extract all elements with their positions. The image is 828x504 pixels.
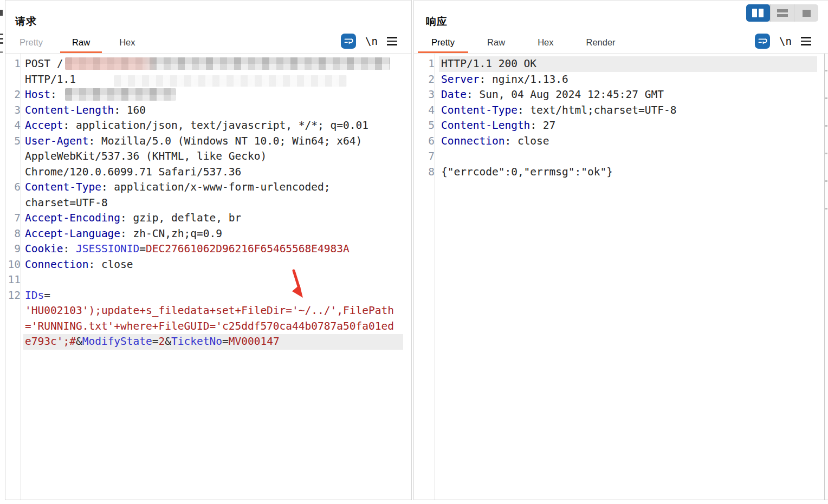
line-number: 5 <box>414 118 439 134</box>
line-number: 3 <box>5 103 23 119</box>
code-segment: JSESSIONID <box>76 243 139 255</box>
code-segment: Chrome/120.0.6099.71 Safari/537.36 <box>25 166 241 178</box>
layout-columns-icon[interactable] <box>746 4 770 22</box>
line-number <box>5 303 23 319</box>
code-row: ='RUNNING.txt'+where+FileGUID='c25ddf570… <box>5 319 411 335</box>
code-segment: IDs <box>25 289 44 302</box>
code-segment: 2 <box>159 335 165 348</box>
code-line: HTTP/1.1 <box>23 72 411 88</box>
code-segment: 'HU002103');update+s_filedata+set+FileDi… <box>25 304 394 317</box>
response-editor[interactable]: 1HTTP/1.1 200 OK2Server: nginx/1.13.63Da… <box>414 54 828 500</box>
line-number: 10 <box>5 257 23 273</box>
response-panel-title: 响应 <box>426 15 448 29</box>
code-line: e793c';#&ModifyState=2&TicketNo=MV000147 <box>23 334 403 350</box>
code-line: Accept-Encoding: gzip, deflate, br <box>23 211 411 226</box>
newline-toggle[interactable]: \n <box>779 35 792 47</box>
code-row: e793c';#&ModifyState=2&TicketNo=MV000147 <box>5 334 411 350</box>
code-line: Server: nginx/1.13.6 <box>439 72 828 88</box>
code-line: Content-Type: text/html;charset=UTF-8 <box>439 103 828 119</box>
code-row: 'HU002103');update+s_filedata+set+FileDi… <box>5 303 411 319</box>
request-editor[interactable]: 1POST /HTTP/1.12Host: 3Content-Length: 1… <box>5 54 411 500</box>
code-segment: & <box>165 335 171 348</box>
redacted-blur <box>65 88 176 101</box>
request-panel-title: 请求 <box>15 15 37 29</box>
line-number <box>5 334 23 350</box>
line-number: 5 <box>5 134 23 149</box>
code-row: 1HTTP/1.1 200 OK <box>414 56 828 72</box>
request-view-tabs: Pretty Raw Hex <box>8 33 152 53</box>
code-line: Chrome/120.0.6099.71 Safari/537.36 <box>23 165 411 180</box>
code-row: 2Server: nginx/1.13.6 <box>414 72 828 88</box>
code-row: charset=UTF-8 <box>5 195 411 211</box>
line-number: 4 <box>414 103 439 119</box>
response-tab-raw[interactable]: Raw <box>474 33 519 53</box>
layout-rows-icon[interactable] <box>770 4 794 22</box>
request-tab-hex[interactable]: Hex <box>107 33 147 53</box>
code-segment: Content-Type <box>25 181 101 193</box>
code-segment: : 27 <box>530 119 555 132</box>
code-line: Accept-Language: zh-CN,zh;q=0.9 <box>23 226 411 242</box>
code-line: charset=UTF-8 <box>23 195 411 211</box>
line-number: 9 <box>5 241 23 257</box>
code-line: Connection: close <box>439 134 828 149</box>
cropped-edge-artifact <box>0 10 3 16</box>
code-segment: TicketNo <box>171 335 222 348</box>
line-number: 6 <box>414 134 439 149</box>
code-segment: = <box>222 335 229 348</box>
code-segment: User-Agent <box>25 135 88 147</box>
code-line <box>23 272 411 288</box>
code-segment: : zh-CN,zh;q=0.9 <box>120 227 222 240</box>
code-segment: Server <box>441 73 479 86</box>
response-view-tabs: Pretty Raw Hex Render <box>418 33 635 53</box>
code-line: Content-Length: 27 <box>439 118 828 134</box>
code-row: Chrome/120.0.6099.71 Safari/537.36 <box>5 165 411 180</box>
code-segment: e793c';# <box>25 335 76 348</box>
request-tab-raw[interactable]: Raw <box>60 33 102 53</box>
code-line: Accept: application/json, text/javascrip… <box>23 118 411 134</box>
code-line: Cookie: JSESSIONID=DEC27661062D96216F654… <box>23 241 411 257</box>
code-segment: ='RUNNING.txt'+where+FileGUID='c25ddf570… <box>25 320 394 332</box>
code-segment: = <box>152 335 159 348</box>
newline-toggle[interactable]: \n <box>365 35 378 47</box>
code-segment: Content-Type <box>441 104 518 116</box>
line-number <box>5 319 23 335</box>
code-row: 10Connection: close <box>5 257 411 273</box>
line-number: 2 <box>5 87 23 103</box>
menu-icon[interactable] <box>801 36 811 47</box>
response-tab-pretty[interactable]: Pretty <box>418 33 468 53</box>
response-scrollbar[interactable] <box>824 54 828 500</box>
code-row: 11 <box>5 272 411 288</box>
code-row: 5Content-Length: 27 <box>414 118 828 134</box>
code-segment: Accept-Encoding <box>25 212 120 224</box>
request-panel: 请求 Pretty Raw Hex \n 1POST /HTTP/1.12Hos… <box>5 0 412 500</box>
code-segment: HTTP/1.1 <box>25 73 76 86</box>
line-number: 1 <box>414 56 439 72</box>
code-row: 6Connection: close <box>414 134 828 149</box>
code-segment: : nginx/1.13.6 <box>479 73 568 86</box>
code-row: 1POST / <box>5 56 411 72</box>
layout-single-icon[interactable] <box>794 4 818 22</box>
code-segment: : application/json, text/javascript, */*… <box>63 119 368 132</box>
soft-wrap-icon[interactable] <box>755 34 770 49</box>
request-toolbar: \n <box>341 34 397 49</box>
code-line: 'HU002103');update+s_filedata+set+FileDi… <box>23 303 411 319</box>
code-segment: charset=UTF-8 <box>25 197 108 209</box>
menu-icon[interactable] <box>387 36 397 47</box>
code-row: 8{"errcode":0,"errmsg":"ok"} <box>414 165 828 180</box>
line-number: 3 <box>414 87 439 103</box>
code-segment: Date <box>441 88 467 101</box>
line-number <box>5 72 23 88</box>
request-tab-pretty[interactable]: Pretty <box>8 33 55 53</box>
cropped-edge-artifact <box>0 34 3 35</box>
response-tab-render[interactable]: Render <box>572 33 629 53</box>
code-row: 3Date: Sun, 04 Aug 2024 12:45:27 GMT <box>414 87 828 103</box>
code-segment: : <box>50 88 63 101</box>
code-segment: & <box>76 335 82 348</box>
line-number <box>5 165 23 180</box>
cropped-edge-artifact <box>0 38 3 40</box>
soft-wrap-icon[interactable] <box>341 34 356 49</box>
code-line: AppleWebKit/537.36 (KHTML, like Gecko) <box>23 149 411 165</box>
response-tab-hex[interactable]: Hex <box>524 33 567 53</box>
code-row: 8Accept-Language: zh-CN,zh;q=0.9 <box>5 226 411 242</box>
code-row: 4Content-Type: text/html;charset=UTF-8 <box>414 103 828 119</box>
